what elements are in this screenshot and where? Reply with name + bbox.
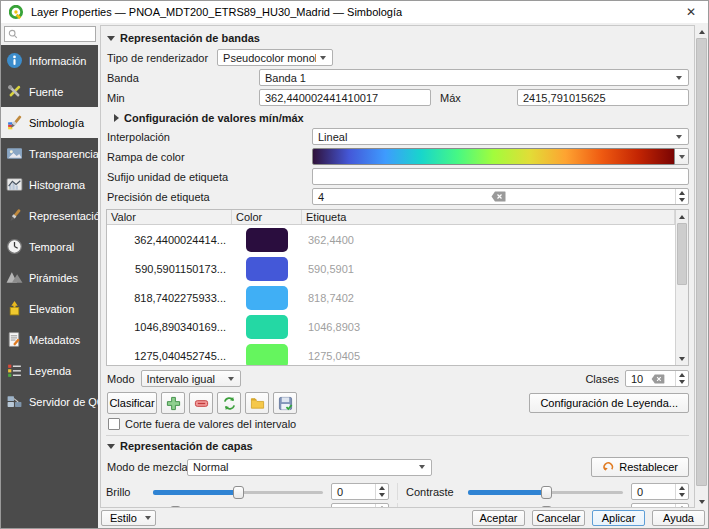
sidebar-item-histograma[interactable]: Histograma xyxy=(1,169,98,200)
add-class-button[interactable] xyxy=(161,392,185,414)
class-value[interactable]: 1046,890340169... xyxy=(107,321,232,333)
spin-down-icon[interactable] xyxy=(376,492,388,500)
chevron-down-icon xyxy=(228,377,234,381)
sidebar-item-servidor-qgis[interactable]: Servidor de QGIS xyxy=(1,386,98,417)
table-row[interactable]: 1275,040452745...1275,0405 xyxy=(107,341,675,365)
max-input[interactable]: 2415,791015625 xyxy=(517,89,689,106)
mode-value: Intervalo igual xyxy=(147,373,224,385)
close-icon[interactable]: ✕ xyxy=(682,5,700,19)
slider-handle[interactable] xyxy=(541,486,552,499)
spin-down-icon[interactable] xyxy=(676,197,688,205)
spinner-buttons[interactable] xyxy=(375,484,388,499)
interpolation-combo[interactable]: Lineal xyxy=(312,128,689,145)
spin-down-icon[interactable] xyxy=(676,379,688,387)
class-value[interactable]: 818,7402275933... xyxy=(107,292,232,304)
sidebar-item-fuente[interactable]: Fuente xyxy=(1,76,98,107)
histogram-icon xyxy=(6,176,23,193)
ok-button[interactable]: Aceptar xyxy=(472,510,525,526)
brightness-spinbox[interactable]: 0 xyxy=(331,483,389,500)
scrollbar-thumb[interactable] xyxy=(696,38,707,486)
class-value[interactable]: 590,5901150173... xyxy=(107,263,232,275)
spin-up-icon[interactable] xyxy=(676,484,688,492)
class-label[interactable]: 1046,8903 xyxy=(302,321,675,333)
reload-classes-button[interactable] xyxy=(217,392,241,414)
table-row[interactable]: 1046,890340169...1046,8903 xyxy=(107,312,675,341)
apply-button[interactable]: Aplicar xyxy=(592,510,645,526)
sidebar-item-label: Pirámides xyxy=(29,272,78,284)
min-input[interactable]: 362,440002441410017 xyxy=(259,89,431,106)
class-label[interactable]: 362,4400 xyxy=(302,234,675,246)
spinner-buttons[interactable] xyxy=(675,371,688,386)
renderer-type-combo[interactable]: Pseudocolor monobanda xyxy=(217,49,333,66)
sidebar-item-simbologia[interactable]: Simbología xyxy=(1,107,98,138)
sidebar-item-informacion[interactable]: Información xyxy=(1,45,98,76)
spinner-buttons[interactable] xyxy=(675,189,688,204)
class-label[interactable]: 818,7402 xyxy=(302,292,675,304)
spinner-buttons[interactable] xyxy=(675,484,688,499)
save-color-map-button[interactable] xyxy=(273,392,297,414)
main-scrollbar[interactable] xyxy=(695,25,708,508)
sidebar-item-transparencia[interactable]: Transparencia xyxy=(1,138,98,169)
color-swatch[interactable] xyxy=(246,315,288,339)
class-value[interactable]: 1275,040452745... xyxy=(107,350,232,362)
color-swatch[interactable] xyxy=(246,344,288,366)
table-row[interactable]: 362,4400024414...362,4400 xyxy=(107,225,675,254)
scroll-down-icon[interactable] xyxy=(695,495,708,508)
sidebar-item-temporal[interactable]: Temporal xyxy=(1,231,98,262)
band-rendering-section-header[interactable]: Representación de bandas xyxy=(107,32,689,44)
label-precision-spinbox[interactable]: 4 xyxy=(312,188,689,205)
contrast-slider[interactable] xyxy=(468,484,623,500)
spin-down-icon[interactable] xyxy=(676,492,688,500)
renderer-type-value: Pseudocolor monobanda xyxy=(223,52,316,64)
load-color-map-button[interactable] xyxy=(245,392,269,414)
spin-up-icon[interactable] xyxy=(376,484,388,492)
scroll-up-icon[interactable] xyxy=(695,25,708,38)
remove-class-button[interactable] xyxy=(189,392,213,414)
sidebar-item-representacion[interactable]: Representación xyxy=(1,200,98,231)
color-ramp-menu-button[interactable] xyxy=(675,148,689,165)
blend-mode-combo[interactable]: Normal xyxy=(187,459,432,476)
column-header-valor[interactable]: Valor xyxy=(107,210,232,224)
sidebar-item-elevation[interactable]: Elevation xyxy=(1,293,98,324)
class-label[interactable]: 590,5901 xyxy=(302,263,675,275)
sidebar-item-leyenda[interactable]: Leyenda xyxy=(1,355,98,386)
sidebar-item-piramides[interactable]: Pirámides xyxy=(1,262,98,293)
mode-combo[interactable]: Intervalo igual xyxy=(141,370,241,387)
clear-field-icon[interactable] xyxy=(491,191,506,202)
column-header-color[interactable]: Color xyxy=(232,210,302,224)
class-value[interactable]: 362,4400024414... xyxy=(107,234,232,246)
table-row[interactable]: 818,7402275933...818,7402 xyxy=(107,283,675,312)
slider-handle[interactable] xyxy=(233,486,244,499)
reset-button[interactable]: Restablecer xyxy=(591,457,689,477)
classify-button[interactable]: Clasificar xyxy=(107,392,157,414)
contrast-spinbox[interactable]: 0 xyxy=(631,483,689,500)
spin-up-icon[interactable] xyxy=(676,189,688,197)
color-ramp[interactable] xyxy=(312,148,675,165)
cancel-button[interactable]: Cancelar xyxy=(532,510,585,526)
table-scrollbar[interactable] xyxy=(675,210,688,365)
scroll-down-icon[interactable] xyxy=(676,352,688,365)
legend-settings-button[interactable]: Configuración de Leyenda... xyxy=(529,393,689,413)
column-header-etiqueta[interactable]: Etiqueta xyxy=(302,210,675,224)
spin-up-icon[interactable] xyxy=(676,371,688,379)
label-suffix-input[interactable] xyxy=(312,168,689,185)
color-swatch[interactable] xyxy=(246,257,288,281)
color-swatch[interactable] xyxy=(246,286,288,310)
scroll-up-icon[interactable] xyxy=(676,210,688,223)
class-label[interactable]: 1275,0405 xyxy=(302,350,675,362)
search-input[interactable] xyxy=(21,29,91,40)
table-row[interactable]: 590,5901150173...590,5901 xyxy=(107,254,675,283)
layer-rendering-section-header[interactable]: Representación de capas xyxy=(107,440,689,452)
clip-out-of-range-checkbox[interactable] xyxy=(108,418,120,430)
band-combo[interactable]: Banda 1 xyxy=(259,69,689,86)
clear-field-icon[interactable] xyxy=(651,374,665,384)
style-menu-button[interactable]: Estilo xyxy=(101,510,156,526)
color-swatch[interactable] xyxy=(246,228,288,252)
sidebar-item-metadatos[interactable]: Metadatos xyxy=(1,324,98,355)
brightness-slider[interactable] xyxy=(153,484,323,500)
help-button[interactable]: Ayuda xyxy=(652,510,705,526)
minmax-settings-group-header[interactable]: Configuración de valores mín/máx xyxy=(114,112,689,124)
classes-spinbox[interactable]: 10 xyxy=(625,370,689,387)
sidebar-search[interactable] xyxy=(4,26,96,42)
scrollbar-thumb[interactable] xyxy=(677,223,687,285)
